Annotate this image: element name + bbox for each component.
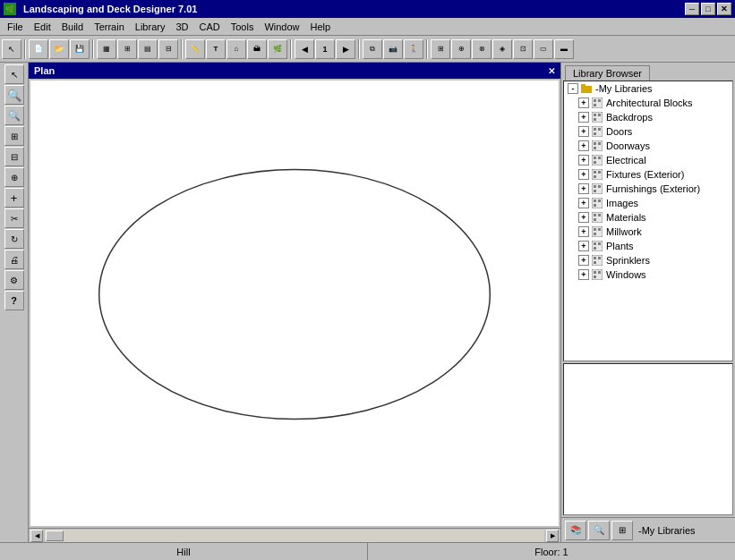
tree-item-arch-blocks[interactable]: + Architectural Blocks xyxy=(564,96,732,110)
horizontal-scrollbar[interactable]: ◀ ▶ xyxy=(29,528,560,542)
menu-library[interactable]: Library xyxy=(130,19,171,35)
lt-settings[interactable]: ⚙ xyxy=(4,270,24,290)
wall-btn[interactable]: ▤ xyxy=(138,39,158,59)
svg-rect-17 xyxy=(598,142,601,145)
roof-btn[interactable]: ⌂ xyxy=(226,39,246,59)
tree-item-my-libraries[interactable]: - -My Libraries xyxy=(564,81,732,96)
tool-r6[interactable]: ▭ xyxy=(534,39,553,59)
minimize-button[interactable]: ─ xyxy=(685,3,699,15)
lt-zoom-out[interactable]: 🔍 xyxy=(4,106,24,125)
expand-doors[interactable]: + xyxy=(578,126,589,137)
plant-btn[interactable]: 🌿 xyxy=(268,39,287,59)
terrain-btn[interactable]: 🏔 xyxy=(247,39,267,59)
tree-item-backdrops[interactable]: + Backdrops xyxy=(564,110,732,124)
menu-edit[interactable]: Edit xyxy=(29,19,56,35)
view-3d-btn[interactable]: ⧉ xyxy=(363,39,382,59)
nav-num-btn[interactable]: 1 xyxy=(315,39,335,59)
expand-millwork[interactable]: + xyxy=(578,226,589,237)
tree-item-doors[interactable]: + Doors xyxy=(564,124,732,139)
select-tool-btn[interactable]: ↖ xyxy=(2,39,21,59)
walk-btn[interactable]: 🚶 xyxy=(404,39,423,59)
expand-electrical[interactable]: + xyxy=(578,155,589,165)
lt-zoom-in[interactable]: 🔍 xyxy=(4,85,24,105)
tool-r3[interactable]: ⊗ xyxy=(472,39,491,59)
lib-btn-3[interactable]: ⊞ xyxy=(611,521,633,540)
svg-rect-13 xyxy=(598,128,601,131)
scroll-thumb[interactable] xyxy=(46,530,64,541)
expand-fixtures[interactable]: + xyxy=(578,169,589,180)
canvas-area[interactable] xyxy=(30,81,559,526)
expand-images[interactable]: + xyxy=(578,198,589,208)
nav-right-btn[interactable]: ▶ xyxy=(336,39,355,59)
scroll-right-btn[interactable]: ▶ xyxy=(546,530,559,542)
text-btn[interactable]: T xyxy=(206,39,226,59)
svg-rect-10 xyxy=(594,118,596,121)
tool-r1[interactable]: ⊞ xyxy=(431,39,450,59)
expand-windows[interactable]: + xyxy=(578,269,589,280)
tool-r2[interactable]: ⊕ xyxy=(451,39,471,59)
expand-backdrops[interactable]: + xyxy=(578,112,589,123)
tool-r7[interactable]: ▬ xyxy=(554,39,574,59)
save-btn[interactable]: 💾 xyxy=(70,39,90,59)
lt-print[interactable]: 🖨 xyxy=(4,250,24,269)
library-tree[interactable]: - -My Libraries + Architectural Blocks + xyxy=(563,81,733,361)
expand-materials[interactable]: + xyxy=(578,212,589,223)
floor-plan-btn[interactable]: ▦ xyxy=(97,39,116,59)
nav-left-btn[interactable]: ◀ xyxy=(295,39,314,59)
expand-my-libraries[interactable]: - xyxy=(568,83,578,94)
close-button[interactable]: ✕ xyxy=(717,3,731,15)
scroll-left-btn[interactable]: ◀ xyxy=(30,530,43,542)
expand-plants[interactable]: + xyxy=(578,241,589,251)
tree-item-electrical[interactable]: + Electrical xyxy=(564,153,732,167)
library-browser-tab[interactable]: Library Browser xyxy=(565,65,650,81)
svg-rect-32 xyxy=(594,199,596,202)
svg-rect-27 xyxy=(592,183,603,194)
title-bar: 🌿 Landscaping and Deck Designer 7.01 ─ □… xyxy=(0,0,735,18)
tool-r4[interactable]: ◈ xyxy=(492,39,512,59)
lib-btn-1[interactable]: 📚 xyxy=(565,521,586,540)
tree-item-sprinklers[interactable]: + Sprinklers xyxy=(564,253,732,267)
tree-item-furnishings[interactable]: + Furnishings (Exterior) xyxy=(564,182,732,196)
tree-item-materials[interactable]: + Materials xyxy=(564,210,732,225)
lt-fit-all[interactable]: ⊕ xyxy=(4,167,24,187)
lt-help[interactable]: ? xyxy=(4,291,24,310)
svg-rect-38 xyxy=(594,218,596,221)
new-file-btn[interactable]: 📄 xyxy=(29,39,48,59)
framing-btn[interactable]: ⊟ xyxy=(158,39,178,59)
tree-item-doorways[interactable]: + Doorways xyxy=(564,139,732,153)
menu-file[interactable]: File xyxy=(2,19,29,35)
menu-tools[interactable]: Tools xyxy=(226,19,260,35)
lib-btn-2[interactable]: 🔍 xyxy=(588,521,610,540)
tree-item-windows[interactable]: + Windows xyxy=(564,267,732,282)
tree-item-millwork[interactable]: + Millwork xyxy=(564,225,732,239)
menu-window[interactable]: Window xyxy=(259,19,304,35)
lt-rotate[interactable]: ↻ xyxy=(4,229,24,249)
menu-cad[interactable]: CAD xyxy=(193,19,225,35)
maximize-button[interactable]: □ xyxy=(701,3,715,15)
menu-help[interactable]: Help xyxy=(305,19,337,35)
tool-r5[interactable]: ⊡ xyxy=(513,39,533,59)
scroll-track[interactable] xyxy=(45,530,544,542)
plan-close-button[interactable]: ✕ xyxy=(548,66,555,76)
dimension-btn[interactable]: 📏 xyxy=(185,39,205,59)
lt-view-toggle[interactable]: ⊟ xyxy=(4,147,24,166)
tree-item-images[interactable]: + Images xyxy=(564,196,732,210)
lib-icon-electrical xyxy=(591,154,603,166)
expand-sprinklers[interactable]: + xyxy=(578,255,589,266)
foundation-btn[interactable]: ⊞ xyxy=(117,39,137,59)
status-floor: Floor: 1 xyxy=(368,543,735,560)
lt-zoom-fit[interactable]: ⊞ xyxy=(4,126,24,146)
lt-select[interactable]: ↖ xyxy=(4,64,24,84)
menu-build[interactable]: Build xyxy=(56,19,89,35)
tree-item-plants[interactable]: + Plants xyxy=(564,239,732,253)
expand-furnishings[interactable]: + xyxy=(578,183,589,194)
expand-doorways[interactable]: + xyxy=(578,140,589,151)
menu-3d[interactable]: 3D xyxy=(170,19,193,35)
expand-arch-blocks[interactable]: + xyxy=(578,98,589,108)
camera-btn[interactable]: 📷 xyxy=(383,39,403,59)
open-file-btn[interactable]: 📂 xyxy=(49,39,69,59)
menu-terrain[interactable]: Terrain xyxy=(89,19,130,35)
lt-del[interactable]: ✂ xyxy=(4,208,24,228)
lt-add[interactable]: + xyxy=(4,188,24,208)
tree-item-fixtures[interactable]: + Fixtures (Exterior) xyxy=(564,167,732,182)
